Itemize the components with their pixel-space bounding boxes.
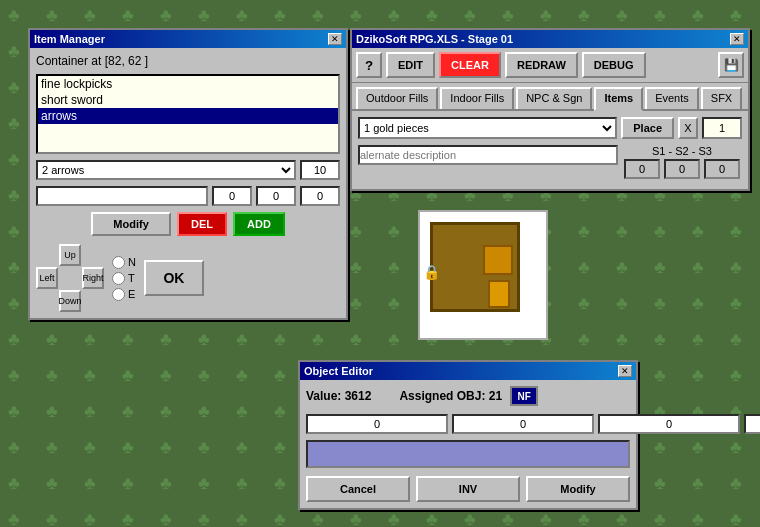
s1-field[interactable] bbox=[624, 159, 660, 179]
club-symbol: ♣ bbox=[654, 365, 666, 386]
club-symbol: ♣ bbox=[730, 365, 742, 386]
club-symbol: ♣ bbox=[8, 113, 20, 134]
inv-button[interactable]: INV bbox=[416, 476, 520, 502]
club-symbol: ♣ bbox=[274, 5, 286, 26]
ok-button[interactable]: OK bbox=[144, 260, 204, 296]
modify-button[interactable]: Modify bbox=[91, 212, 171, 236]
club-symbol: ♣ bbox=[464, 509, 476, 527]
club-symbol: ♣ bbox=[122, 473, 134, 494]
s3-field[interactable] bbox=[704, 159, 740, 179]
list-item[interactable]: short sword bbox=[38, 92, 338, 108]
club-symbol: ♣ bbox=[46, 365, 58, 386]
club-symbol: ♣ bbox=[122, 329, 134, 350]
obj-field-1[interactable] bbox=[306, 414, 448, 434]
item-dropdown[interactable]: 2 arrows bbox=[36, 160, 296, 180]
item-manager-close[interactable]: ✕ bbox=[328, 33, 342, 45]
alt-desc-field[interactable] bbox=[358, 145, 618, 165]
add-button[interactable]: ADD bbox=[233, 212, 285, 236]
dir-empty-bl bbox=[36, 290, 58, 312]
club-symbol: ♣ bbox=[160, 5, 172, 26]
num-field-3[interactable] bbox=[300, 186, 340, 206]
club-symbol: ♣ bbox=[198, 509, 210, 527]
club-symbol: ♣ bbox=[730, 293, 742, 314]
club-symbol: ♣ bbox=[350, 509, 362, 527]
place-button[interactable]: Place bbox=[621, 117, 674, 139]
radio-t[interactable]: T bbox=[112, 272, 136, 285]
redraw-button[interactable]: REDRAW bbox=[505, 52, 578, 78]
club-symbol: ♣ bbox=[692, 221, 704, 242]
club-symbol: ♣ bbox=[236, 509, 248, 527]
radio-e[interactable]: E bbox=[112, 288, 136, 301]
text-field-1[interactable] bbox=[36, 186, 208, 206]
rpg-titlebar: DzikoSoft RPG.XLS - Stage 01 ✕ bbox=[352, 30, 748, 48]
dir-center bbox=[59, 267, 81, 289]
s2-field[interactable] bbox=[664, 159, 700, 179]
club-symbol: ♣ bbox=[160, 437, 172, 458]
club-symbol: ♣ bbox=[654, 437, 666, 458]
obj-field-2[interactable] bbox=[452, 414, 594, 434]
obj-field-4[interactable] bbox=[744, 414, 760, 434]
list-item[interactable]: fine lockpicks bbox=[38, 76, 338, 92]
nf-button[interactable]: NF bbox=[510, 386, 538, 406]
blue-area bbox=[306, 440, 630, 468]
num-field-2[interactable] bbox=[256, 186, 296, 206]
debug-button[interactable]: DEBUG bbox=[582, 52, 646, 78]
club-symbol: ♣ bbox=[578, 257, 590, 278]
club-symbol: ♣ bbox=[198, 473, 210, 494]
items-dropdown[interactable]: 1 gold pieces bbox=[358, 117, 617, 139]
help-button[interactable]: ? bbox=[356, 52, 382, 78]
item-manager-title: Item Manager bbox=[34, 33, 105, 45]
x-button[interactable]: X bbox=[678, 117, 698, 139]
assigned-label: Assigned OBJ: 21 bbox=[399, 389, 502, 403]
room-object-2 bbox=[488, 280, 510, 308]
club-symbol: ♣ bbox=[692, 5, 704, 26]
club-symbol: ♣ bbox=[46, 437, 58, 458]
club-symbol: ♣ bbox=[84, 329, 96, 350]
num-field-1[interactable] bbox=[212, 186, 252, 206]
tab-items[interactable]: Items bbox=[594, 87, 643, 111]
dir-left-button[interactable]: Left bbox=[36, 267, 58, 289]
obj-modify-button[interactable]: Modify bbox=[526, 476, 630, 502]
club-symbol: ♣ bbox=[274, 401, 286, 422]
club-symbol: ♣ bbox=[8, 257, 20, 278]
club-symbol: ♣ bbox=[198, 329, 210, 350]
club-symbol: ♣ bbox=[8, 221, 20, 242]
clear-button[interactable]: CLEAR bbox=[439, 52, 501, 78]
value-label: Value: 3612 bbox=[306, 389, 371, 403]
cancel-button[interactable]: Cancel bbox=[306, 476, 410, 502]
radio-n[interactable]: N bbox=[112, 256, 136, 269]
rpg-close[interactable]: ✕ bbox=[730, 33, 744, 45]
dir-down-button[interactable]: Down bbox=[59, 290, 81, 312]
tab-npc-sgn[interactable]: NPC & Sgn bbox=[516, 87, 592, 109]
club-symbol: ♣ bbox=[654, 5, 666, 26]
club-symbol: ♣ bbox=[730, 509, 742, 527]
club-symbol: ♣ bbox=[198, 365, 210, 386]
club-symbol: ♣ bbox=[312, 329, 324, 350]
club-symbol: ♣ bbox=[388, 5, 400, 26]
rpg-items-content: 1 gold pieces Place X S1 - S2 - S3 bbox=[352, 111, 748, 189]
club-symbol: ♣ bbox=[8, 329, 20, 350]
dir-right-button[interactable]: Right bbox=[82, 267, 104, 289]
tab-events[interactable]: Events bbox=[645, 87, 699, 109]
tab-sfx[interactable]: SFX bbox=[701, 87, 742, 109]
save-button[interactable]: 💾 bbox=[718, 52, 744, 78]
radio-group: N T E bbox=[112, 256, 136, 301]
dir-empty-tr bbox=[82, 244, 104, 266]
tab-outdoor-fills[interactable]: Outdoor Fills bbox=[356, 87, 438, 109]
quantity-field[interactable] bbox=[300, 160, 340, 180]
item-list[interactable]: fine lockpicks short sword arrows bbox=[36, 74, 340, 154]
club-symbol: ♣ bbox=[616, 257, 628, 278]
edit-button[interactable]: EDIT bbox=[386, 52, 435, 78]
club-symbol: ♣ bbox=[692, 293, 704, 314]
object-editor-close[interactable]: ✕ bbox=[618, 365, 632, 377]
list-item-selected[interactable]: arrows bbox=[38, 108, 338, 124]
dir-up-button[interactable]: Up bbox=[59, 244, 81, 266]
club-symbol: ♣ bbox=[502, 5, 514, 26]
del-button[interactable]: DEL bbox=[177, 212, 227, 236]
items-number-field[interactable] bbox=[702, 117, 742, 139]
club-symbol: ♣ bbox=[654, 221, 666, 242]
club-symbol: ♣ bbox=[198, 437, 210, 458]
tab-indoor-fills[interactable]: Indoor Fills bbox=[440, 87, 514, 109]
obj-field-3[interactable] bbox=[598, 414, 740, 434]
club-symbol: ♣ bbox=[692, 509, 704, 527]
